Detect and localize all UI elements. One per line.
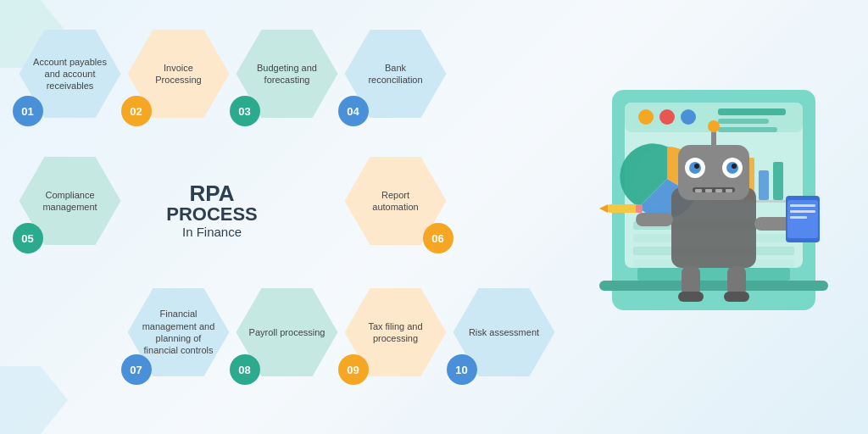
svg-rect-7 bbox=[718, 119, 769, 124]
robot-illustration bbox=[587, 56, 841, 378]
hex-number-06: 06 bbox=[423, 223, 453, 253]
hex-label-03: Budgeting and forecasting bbox=[241, 62, 334, 86]
svg-point-31 bbox=[708, 120, 720, 132]
hex-label-07: Financial management and planning of fin… bbox=[132, 308, 225, 356]
svg-rect-33 bbox=[695, 189, 702, 192]
hex-item-01: Account payables and account receivables… bbox=[17, 30, 123, 118]
svg-rect-49 bbox=[678, 292, 704, 302]
hex-label-05: Compliance management bbox=[24, 189, 117, 214]
svg-point-28 bbox=[694, 164, 699, 169]
svg-rect-38 bbox=[608, 204, 640, 213]
svg-point-5 bbox=[681, 109, 696, 125]
hex-item-06: Report automation06 bbox=[342, 157, 448, 245]
main-container: RPA PROCESS In Finance Account payables … bbox=[0, 0, 868, 434]
rpa-title: RPA bbox=[157, 182, 267, 204]
svg-rect-36 bbox=[726, 189, 732, 192]
hex-number-01: 01 bbox=[13, 96, 43, 126]
hex-item-05: Compliance management05 bbox=[17, 157, 123, 245]
hex-item-02: Invoice Processing02 bbox=[125, 30, 231, 118]
hex-item-09: Tax filing and processing09 bbox=[342, 288, 448, 376]
hex-item-04: Bank reconciliation04 bbox=[342, 30, 448, 118]
hex-number-07: 07 bbox=[121, 354, 152, 385]
rpa-subtitle: In Finance bbox=[157, 225, 267, 239]
hex-number-05: 05 bbox=[13, 223, 43, 253]
hex-number-04: 04 bbox=[338, 96, 369, 126]
hex-label-09: Tax filing and processing bbox=[349, 320, 442, 345]
hex-number-02: 02 bbox=[121, 96, 152, 126]
svg-rect-45 bbox=[790, 210, 815, 213]
svg-rect-50 bbox=[724, 292, 749, 302]
svg-rect-44 bbox=[790, 204, 815, 207]
svg-rect-37 bbox=[636, 213, 673, 226]
svg-rect-14 bbox=[773, 162, 783, 200]
svg-rect-20 bbox=[637, 268, 790, 281]
svg-rect-6 bbox=[718, 108, 786, 115]
svg-rect-35 bbox=[715, 189, 722, 192]
svg-rect-47 bbox=[682, 266, 700, 296]
hex-label-04: Bank reconciliation bbox=[349, 62, 442, 86]
hex-number-08: 08 bbox=[230, 354, 260, 385]
svg-rect-13 bbox=[759, 170, 769, 200]
svg-rect-46 bbox=[790, 216, 807, 219]
hex-number-03: 03 bbox=[230, 96, 260, 126]
hex-item-08: Payroll processing08 bbox=[234, 288, 340, 376]
hex-label-06: Report automation bbox=[349, 189, 442, 214]
svg-rect-40 bbox=[636, 204, 643, 213]
hex-number-10: 10 bbox=[447, 354, 477, 385]
hex-label-02: Invoice Processing bbox=[132, 62, 225, 86]
hex-label-08: Payroll processing bbox=[241, 326, 334, 338]
svg-marker-39 bbox=[599, 204, 608, 213]
svg-point-29 bbox=[732, 164, 737, 169]
hex-item-03: Budgeting and forecasting03 bbox=[234, 30, 340, 118]
svg-rect-30 bbox=[711, 131, 716, 147]
right-content bbox=[559, 0, 868, 434]
svg-rect-8 bbox=[718, 127, 777, 132]
hex-label-01: Account payables and account receivables bbox=[24, 56, 117, 92]
svg-point-3 bbox=[638, 109, 654, 125]
hex-item-10: Risk assessment10 bbox=[451, 288, 557, 376]
svg-point-4 bbox=[659, 109, 675, 125]
hex-item-07: Financial management and planning of fin… bbox=[125, 288, 231, 376]
rpa-process: PROCESS bbox=[157, 204, 267, 225]
svg-rect-34 bbox=[705, 189, 712, 192]
svg-rect-48 bbox=[727, 266, 746, 296]
hex-grid: RPA PROCESS In Finance Account payables … bbox=[0, 0, 559, 434]
hex-label-10: Risk assessment bbox=[460, 326, 548, 338]
rpa-center-text: RPA PROCESS In Finance bbox=[157, 182, 267, 239]
left-content: RPA PROCESS In Finance Account payables … bbox=[0, 0, 559, 434]
hex-number-09: 09 bbox=[338, 354, 369, 385]
svg-rect-21 bbox=[599, 281, 828, 291]
